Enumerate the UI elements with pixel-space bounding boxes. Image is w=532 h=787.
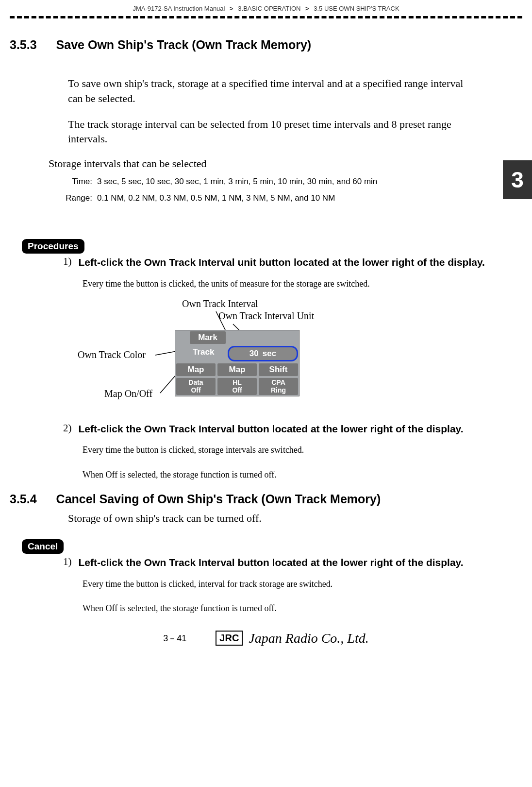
procedure-step-1: 1) Left-click the Own Track Interval uni… xyxy=(63,256,488,269)
data-off-button[interactable]: Data Off xyxy=(176,378,216,395)
procedure-step-2: 2) Left-click the Own Track Interval but… xyxy=(63,422,488,436)
shift-button[interactable]: Shift xyxy=(259,363,298,376)
procedure-step-1-note: Every time the button is clicked, the un… xyxy=(83,276,483,291)
section-353-title: Save Own Ship's Track (Own Track Memory) xyxy=(56,38,312,52)
cancel-step-1-number: 1) xyxy=(63,556,72,569)
breadcrumb-sep: > xyxy=(230,5,233,12)
cpa-ring-l2: Ring xyxy=(271,386,286,394)
procedure-step-1-title: Left-click the Own Track Interval unit b… xyxy=(79,256,485,269)
section-353-p1: To save own ship's track, storage at a s… xyxy=(68,76,469,106)
page-number: 3－41 xyxy=(163,633,186,644)
own-track-interval-unit[interactable]: sec xyxy=(263,349,276,359)
procedure-step-1-number: 1) xyxy=(63,256,72,269)
breadcrumb-chapter: 3.BASIC OPERATION xyxy=(238,5,300,12)
range-values: 0.1 NM, 0.2 NM, 0.3 NM, 0.5 NM, 1 NM, 3 … xyxy=(97,193,335,203)
cpa-ring-l1: CPA xyxy=(271,378,285,386)
section-354-p1: Storage of own ship's track can be turne… xyxy=(68,511,469,526)
track-label: Track xyxy=(190,346,226,361)
time-values: 3 sec, 5 sec, 10 sec, 30 sec, 1 min, 3 m… xyxy=(97,177,377,187)
cancel-step-1-note-1: Every time the button is clicked, interv… xyxy=(83,577,483,592)
section-354-heading: 3.5.4 Cancel Saving of Own Ship's Track … xyxy=(10,492,522,506)
cancel-step-1-note-2: When Off is selected, the storage functi… xyxy=(83,601,483,616)
storage-intervals-subhead: Storage intervals that can be selected xyxy=(49,157,522,170)
map-button-1[interactable]: Map xyxy=(176,363,216,376)
procedures-badge: Procedures xyxy=(22,239,84,254)
hl-off-l1: HL xyxy=(233,378,242,386)
mark-button[interactable]: Mark xyxy=(190,331,226,344)
data-off-l1: Data xyxy=(188,378,203,386)
jrc-logo-icon: JRC xyxy=(216,631,243,646)
range-intervals-row: Range: 0.1 NM, 0.2 NM, 0.3 NM, 0.5 NM, 1… xyxy=(63,193,522,203)
divider xyxy=(10,16,522,18)
section-354-number: 3.5.4 xyxy=(10,492,37,506)
hl-off-button[interactable]: HL Off xyxy=(217,378,257,395)
breadcrumb-sep: > xyxy=(305,5,309,12)
data-off-l2: Off xyxy=(191,386,200,394)
chapter-tab: 3 xyxy=(503,160,532,199)
range-label: Range: xyxy=(63,193,92,203)
breadcrumb-manual: JMA-9172-SA Instruction Manual xyxy=(133,5,225,12)
section-353-heading: 3.5.3 Save Own Ship's Track (Own Track M… xyxy=(10,38,522,52)
cancel-step-1: 1) Left-click the Own Track Interval but… xyxy=(63,556,488,569)
time-intervals-row: Time: 3 sec, 5 sec, 10 sec, 30 sec, 1 mi… xyxy=(63,177,522,187)
diagram: Own Track Interval Own Track Interval Un… xyxy=(78,301,383,408)
cancel-step-1-title: Left-click the Own Track Interval button… xyxy=(79,556,464,569)
cpa-ring-button[interactable]: CPA Ring xyxy=(259,378,298,395)
own-track-interval-button[interactable]: 30 sec xyxy=(228,346,298,361)
procedure-step-2-number: 2) xyxy=(63,422,72,436)
ui-panel: Mark Track 30 sec Map Map Shift Data Off xyxy=(175,330,299,396)
breadcrumb-section: 3.5 USE OWN SHIP'S TRACK xyxy=(314,5,399,12)
section-353-p2: The track storage interval can be select… xyxy=(68,117,469,147)
procedure-step-2-note-1: Every time the button is clicked, storag… xyxy=(83,443,483,458)
map-button-2[interactable]: Map xyxy=(217,363,257,376)
procedure-step-2-note-2: When Off is selected, the storage functi… xyxy=(83,467,483,482)
breadcrumb: JMA-9172-SA Instruction Manual > 3.BASIC… xyxy=(10,5,522,12)
own-track-interval-value: 30 xyxy=(249,349,259,359)
cancel-badge: Cancel xyxy=(22,539,64,554)
hl-off-l2: Off xyxy=(232,386,242,394)
jrc-company-name: Japan Radio Co., Ltd. xyxy=(249,631,368,646)
time-label: Time: xyxy=(63,177,92,187)
section-353-number: 3.5.3 xyxy=(10,38,37,52)
section-354-title: Cancel Saving of Own Ship's Track (Own T… xyxy=(56,492,381,506)
footer: 3－41 JRC Japan Radio Co., Ltd. xyxy=(10,631,522,646)
procedure-step-2-title: Left-click the Own Track Interval button… xyxy=(79,422,464,436)
